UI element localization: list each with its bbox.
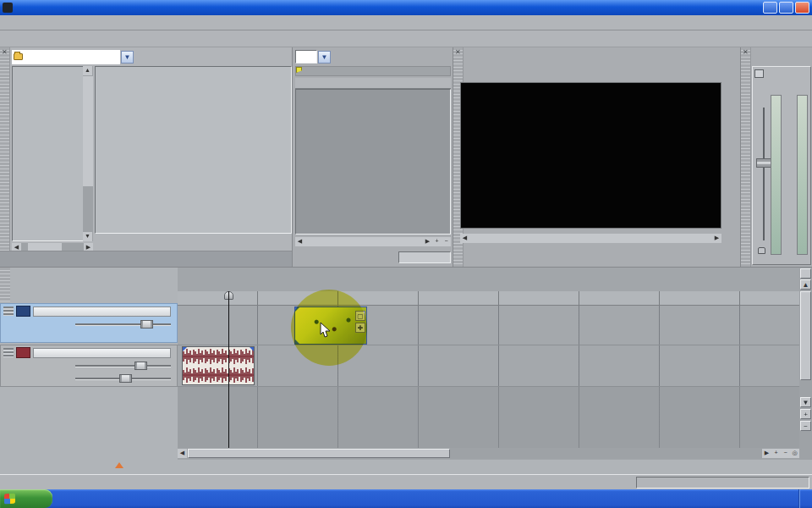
close-panel-icon[interactable]: ✕ — [455, 48, 461, 56]
zoom-in-icon[interactable]: + — [432, 237, 442, 246]
address-combo[interactable] — [12, 50, 120, 64]
trimmer-ruler[interactable] — [295, 78, 451, 89]
track-header-video[interactable] — [0, 303, 178, 343]
scroll-thumb[interactable] — [469, 234, 712, 243]
folder-icon — [14, 53, 23, 60]
scroll-right-icon[interactable]: ▶ — [712, 234, 721, 243]
scroll-thumb[interactable] — [188, 449, 450, 458]
trimmer-media-bar — [295, 66, 451, 76]
bus-buttons — [753, 80, 810, 91]
event-handle-icon[interactable] — [183, 347, 187, 351]
restore-bus-icon[interactable] — [754, 69, 764, 78]
scroll-up-icon[interactable]: ▲ — [83, 66, 92, 75]
record-time-status — [636, 477, 809, 489]
track-name-field[interactable] — [33, 348, 171, 358]
explorer-address-bar: ▼ — [12, 49, 137, 64]
fader-handle[interactable] — [756, 158, 771, 168]
system-tray — [799, 489, 812, 508]
event-handle-icon[interactable] — [295, 340, 299, 344]
audio-track-lane[interactable] — [178, 345, 799, 387]
address-dropdown-icon[interactable]: ▼ — [121, 51, 134, 64]
start-button[interactable] — [0, 489, 52, 508]
slider-handle[interactable] — [119, 374, 132, 383]
timeline-tracks-area[interactable]: ▢ ✚ ◀ ▶ + − ◎ — [178, 268, 799, 460]
audio-event[interactable] — [182, 346, 255, 385]
trimmer-scrollbar[interactable]: ◀ ▶ + − — [295, 237, 451, 246]
video-event[interactable]: ▢ ✚ — [294, 306, 367, 345]
empty-track-area[interactable] — [178, 387, 799, 448]
track-grip-icon[interactable] — [3, 306, 14, 316]
meter-scale — [782, 95, 797, 255]
tree-vertical-scrollbar[interactable]: ▲ ▼ — [83, 66, 93, 241]
close-panel-icon[interactable]: ✕ — [743, 48, 749, 56]
scrub-marker-icon[interactable] — [115, 462, 123, 468]
trimmer-history-combo[interactable] — [295, 50, 317, 64]
timeline-vertical-scrollbar[interactable]: ▲ ▼ + − — [799, 268, 812, 460]
lock-fader-icon[interactable] — [758, 247, 765, 254]
minimize-button[interactable] — [763, 2, 777, 14]
trimmer-transport — [295, 250, 451, 264]
meter-bar-left — [771, 95, 782, 255]
track-number[interactable] — [16, 347, 30, 358]
track-number[interactable] — [16, 306, 30, 317]
preview-scrollbar[interactable]: ◀ ▶ — [460, 234, 721, 243]
scroll-right-icon[interactable]: ▶ — [762, 449, 771, 458]
video-display — [460, 82, 721, 229]
master-fader[interactable] — [756, 108, 771, 240]
volume-slider[interactable] — [75, 362, 171, 370]
track-grip-icon[interactable] — [3, 348, 14, 357]
vegas-pro-window: ✕ ▼ ▲ ▼ ◀ ▶ — [0, 0, 812, 508]
video-preview-panel: ✕ ◀ ▶ — [453, 47, 740, 267]
slider-handle[interactable] — [140, 320, 153, 329]
master-bus — [752, 66, 811, 265]
explorer-grip[interactable]: ✕ — [0, 47, 10, 267]
zoom-out-icon[interactable]: − — [442, 237, 451, 246]
bus-title-row — [753, 67, 810, 80]
trimmer-media-area[interactable] — [295, 89, 451, 235]
statusbar — [0, 474, 812, 489]
slider-handle[interactable] — [134, 362, 147, 370]
folder-tree — [12, 66, 93, 241]
marker-tool-button[interactable] — [800, 268, 811, 279]
event-fx-icon[interactable]: ✚ — [355, 323, 365, 333]
playhead-line[interactable] — [228, 291, 229, 448]
scroll-left-icon[interactable]: ◀ — [178, 449, 187, 458]
mixer-panel: ✕ — [740, 47, 812, 267]
track-name-field[interactable] — [33, 306, 171, 317]
zoom-in-track-icon[interactable]: + — [800, 409, 811, 419]
timeline-ruler[interactable] — [178, 291, 799, 306]
trimmer-panel: ▼ ◀ ▶ + − — [292, 47, 453, 267]
master-meters — [771, 94, 808, 256]
mixer-grip[interactable]: ✕ — [741, 47, 751, 267]
menubar — [0, 15, 812, 30]
scroll-right-icon[interactable]: ▶ — [423, 237, 432, 246]
event-pan-crop-icon[interactable]: ▢ — [355, 311, 365, 321]
video-track-lane[interactable] — [178, 306, 799, 345]
zoom-tool-icon[interactable]: ◎ — [790, 449, 799, 458]
zoom-out-track-icon[interactable]: − — [800, 421, 811, 431]
event-handle-icon[interactable] — [295, 307, 299, 312]
pan-slider[interactable] — [75, 374, 171, 383]
windows-taskbar — [0, 489, 812, 508]
zoom-in-time-icon[interactable]: + — [771, 449, 781, 458]
scroll-down-icon[interactable]: ▼ — [800, 397, 811, 407]
scroll-thumb[interactable] — [304, 237, 423, 246]
trimmer-time-display[interactable] — [398, 251, 451, 263]
scroll-thumb[interactable] — [800, 291, 811, 380]
scroll-down-icon[interactable]: ▼ — [83, 232, 92, 241]
track-header-audio[interactable] — [0, 345, 178, 387]
size-slider[interactable] — [75, 320, 171, 329]
scroll-thumb[interactable] — [83, 76, 93, 186]
window-dock-tabs — [0, 251, 292, 267]
timeline-horizontal-scrollbar[interactable]: ◀ ▶ + − ◎ — [178, 448, 799, 459]
close-panel-icon[interactable]: ✕ — [2, 48, 8, 56]
scroll-left-icon[interactable]: ◀ — [460, 234, 469, 243]
maximize-button[interactable] — [779, 2, 793, 14]
event-handle-icon[interactable] — [250, 347, 254, 351]
close-button[interactable] — [795, 2, 809, 14]
scroll-up-icon[interactable]: ▲ — [800, 279, 811, 290]
trimmer-combo-dropdown-icon[interactable]: ▼ — [318, 51, 331, 64]
timeline-grip[interactable] — [0, 268, 10, 301]
zoom-out-time-icon[interactable]: − — [781, 449, 790, 458]
scroll-left-icon[interactable]: ◀ — [295, 237, 304, 246]
